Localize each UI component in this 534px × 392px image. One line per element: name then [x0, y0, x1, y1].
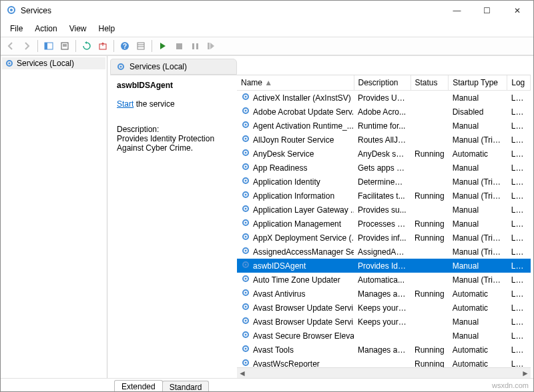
- services-table: Name ▲ Description Status Startup Type L…: [237, 75, 531, 367]
- gear-icon: [241, 218, 250, 229]
- horizontal-scrollbar[interactable]: ◄ ►: [237, 367, 531, 378]
- service-desc: Determines ...: [354, 175, 411, 189]
- service-name: Application Information: [253, 191, 334, 201]
- watermark: wsxdn.com: [492, 381, 529, 389]
- gear-icon: [241, 176, 250, 187]
- gear-icon: [241, 162, 250, 173]
- export-button[interactable]: [95, 39, 110, 53]
- menu-file[interactable]: File: [5, 22, 28, 35]
- service-status: [411, 273, 449, 287]
- table-row[interactable]: Avast Secure Browser Elevat...ManualLoca: [237, 329, 531, 343]
- gear-icon: [241, 316, 250, 327]
- col-desc-header[interactable]: Description: [354, 75, 411, 91]
- service-startup: Automatic: [449, 301, 507, 315]
- service-startup: Manual: [449, 161, 507, 175]
- service-startup: Disabled: [449, 105, 507, 119]
- table-row[interactable]: AllJoyn Router ServiceRoutes AllJo...Man…: [237, 133, 531, 147]
- table-row[interactable]: App ReadinessGets apps re...ManualLoca: [237, 161, 531, 175]
- service-desc: Processes in...: [354, 217, 411, 231]
- svg-point-60: [245, 362, 247, 364]
- forward-button[interactable]: [19, 39, 34, 53]
- table-row[interactable]: Agent Activation Runtime_...Runtime for.…: [237, 119, 531, 133]
- gear-icon: [241, 190, 250, 201]
- service-name: AvastWscReporter: [253, 359, 320, 368]
- list-button[interactable]: [134, 39, 148, 53]
- bottom-tabs: Extended Standard: [1, 378, 533, 392]
- svg-point-44: [245, 250, 247, 252]
- svg-point-46: [245, 264, 247, 266]
- menu-action[interactable]: Action: [29, 22, 62, 35]
- service-desc: [354, 357, 411, 367]
- tab-extended[interactable]: Extended: [114, 380, 163, 392]
- service-log: Loca: [507, 287, 531, 301]
- show-hide-tree-button[interactable]: [41, 39, 56, 53]
- table-row[interactable]: Application InformationFacilitates t...R…: [237, 189, 531, 203]
- sort-asc-icon: ▲: [264, 78, 272, 87]
- service-table-wrap[interactable]: Name ▲ Description Status Startup Type L…: [237, 75, 531, 367]
- tree-node-services-local[interactable]: Services (Local): [2, 57, 105, 69]
- start-service-button[interactable]: [156, 39, 170, 53]
- window-title: Services: [21, 6, 442, 15]
- menu-view[interactable]: View: [64, 22, 92, 35]
- table-row[interactable]: AppX Deployment Service (...Provides inf…: [237, 231, 531, 245]
- scroll-left-icon[interactable]: ◄: [237, 368, 248, 379]
- gear-icon: [241, 246, 250, 257]
- pause-service-button[interactable]: [188, 39, 202, 53]
- table-row[interactable]: Auto Time Zone UpdaterAutomatica...Manua…: [237, 273, 531, 287]
- gear-icon: [241, 134, 250, 145]
- tab-standard[interactable]: Standard: [162, 381, 210, 392]
- svg-point-50: [245, 292, 247, 294]
- service-name: Application Management: [253, 219, 341, 229]
- service-name: AnyDesk Service: [253, 149, 314, 159]
- minimize-button[interactable]: —: [442, 1, 472, 21]
- maximize-button[interactable]: ☐: [472, 1, 502, 21]
- table-row[interactable]: AvastWscReporterRunningAutomaticLoca: [237, 357, 531, 367]
- col-startup-header[interactable]: Startup Type: [449, 75, 507, 91]
- table-header-row: Name ▲ Description Status Startup Type L…: [237, 75, 531, 91]
- service-log: Loca: [507, 315, 531, 329]
- table-row[interactable]: aswbIDSAgentProvides Ide...ManualLoca: [237, 259, 531, 273]
- table-row[interactable]: Avast Browser Update Servi...Keeps your …: [237, 301, 531, 315]
- col-status-header[interactable]: Status: [411, 75, 449, 91]
- start-link[interactable]: Start: [117, 99, 134, 109]
- svg-rect-10: [138, 43, 144, 49]
- svg-point-42: [245, 236, 247, 238]
- toolbar-separator: [37, 40, 38, 52]
- restart-service-button[interactable]: [204, 39, 218, 53]
- table-row[interactable]: Avast ToolsManages an...RunningAutomatic…: [237, 343, 531, 357]
- service-log: Loca: [507, 217, 531, 231]
- service-log: Loca: [507, 91, 531, 105]
- service-startup: Manual (Trig...: [449, 189, 507, 203]
- col-log-header[interactable]: Log: [507, 75, 531, 91]
- table-row[interactable]: AssignedAccessManager Se...AssignedAc...…: [237, 245, 531, 259]
- table-row[interactable]: Application ManagementProcesses in...Run…: [237, 217, 531, 231]
- table-row[interactable]: Avast Browser Update Servi...Keeps your …: [237, 315, 531, 329]
- col-name-header[interactable]: Name: [241, 78, 262, 87]
- menu-bar: File Action View Help: [1, 21, 533, 37]
- menu-help[interactable]: Help: [93, 22, 121, 35]
- service-desc: Manages an...: [354, 287, 411, 301]
- help-button[interactable]: ?: [117, 39, 132, 53]
- gear-icon: [241, 274, 250, 285]
- service-desc: Keeps your ...: [354, 301, 411, 315]
- tree-pane: Services (Local): [1, 56, 107, 378]
- toolbar-separator: [113, 40, 114, 52]
- table-row[interactable]: Application Layer Gateway ...Provides su…: [237, 203, 531, 217]
- table-row[interactable]: Adobe Acrobat Update Serv...Adobe Acro..…: [237, 105, 531, 119]
- service-startup: Automatic: [449, 147, 507, 161]
- table-row[interactable]: AnyDesk ServiceAnyDesk su...RunningAutom…: [237, 147, 531, 161]
- back-button[interactable]: [3, 39, 18, 53]
- service-status: Running: [411, 189, 449, 203]
- service-name: Adobe Acrobat Update Serv...: [253, 107, 354, 117]
- refresh-button[interactable]: [79, 39, 94, 53]
- close-button[interactable]: ✕: [502, 1, 532, 21]
- scroll-right-icon[interactable]: ►: [520, 368, 531, 379]
- service-desc: Automatica...: [354, 273, 411, 287]
- table-row[interactable]: Avast AntivirusManages an...RunningAutom…: [237, 287, 531, 301]
- table-row[interactable]: Application IdentityDetermines ...Manual…: [237, 175, 531, 189]
- table-row[interactable]: ActiveX Installer (AxInstSV)Provides Us.…: [237, 91, 531, 105]
- properties-button[interactable]: [57, 39, 72, 53]
- tree-node-label: Services (Local): [17, 59, 74, 68]
- service-status: Running: [411, 217, 449, 231]
- stop-service-button[interactable]: [172, 39, 186, 53]
